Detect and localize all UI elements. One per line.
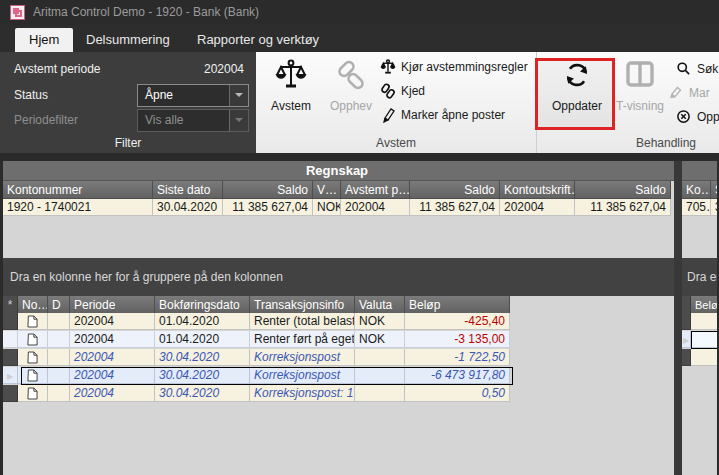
marker-pen-icon — [380, 107, 396, 126]
filter-group-label: Filter — [0, 136, 256, 150]
circle-x-icon — [676, 109, 691, 127]
cell-belop: -1 722,50 — [405, 349, 510, 366]
status-dropdown[interactable]: Åpne — [137, 84, 249, 107]
window-left-border — [0, 161, 3, 475]
avstem-group-label: Avstem — [256, 136, 536, 150]
chevron-down-icon[interactable] — [229, 85, 248, 106]
regnskap-title: Regnskap — [0, 163, 674, 178]
table-row[interactable]: 202004 30.04.2020 Korreksjonspost -1 722… — [3, 349, 510, 366]
cell-periode: 202004 — [70, 385, 155, 402]
marker-apne-poster-label: Marker åpne poster — [401, 108, 505, 122]
group-by-hint: Dra en kolonne her for å gruppere på den… — [10, 270, 283, 284]
tab-delsummering[interactable]: Delsummering — [72, 28, 184, 52]
details-right-header-row: Beløp — [682, 296, 719, 314]
asterisk-header-icon[interactable]: * — [3, 296, 18, 314]
column-header-valuta[interactable]: Valuta — [355, 296, 405, 314]
periodefilter-dropdown[interactable]: Vis alle — [137, 109, 249, 132]
cell-belop: -425,40 — [405, 313, 510, 330]
column-header[interactable]: Kontoutskrift… — [500, 181, 575, 199]
opp-button[interactable]: Opp — [676, 108, 718, 128]
marker-apne-poster-button[interactable]: Marker åpne poster — [380, 106, 532, 126]
cell-periode: 202004 — [70, 331, 155, 348]
table-row[interactable]: 202004 01.04.2020 Renter (total belast… … — [3, 313, 510, 330]
cell-belop: -3 135,00 — [405, 331, 510, 348]
column-header-bokforingsdato[interactable]: Bokføringsdato▲ — [155, 296, 250, 314]
periodefilter-dropdown-value: Vis alle — [145, 113, 183, 127]
details-header-row: * No… D Periode Bokføringsdato▲ Transaks… — [3, 296, 510, 314]
regnskap-right-row[interactable]: 705… 3 — [682, 199, 719, 216]
behandling-group-label: Behandling — [537, 136, 719, 150]
document-icon — [18, 313, 48, 330]
cell-saldo: 11 385 627,04 — [410, 199, 500, 216]
column-header[interactable]: Saldo — [575, 181, 671, 199]
cell-saldo: 11 385 627,04 — [575, 199, 671, 216]
table-row[interactable] — [682, 349, 719, 366]
regnskap-right-header-row: Ko… S — [682, 181, 719, 199]
cell-belop — [691, 349, 719, 366]
cell-valuta — [355, 349, 405, 366]
periodefilter-label: Periodefilter — [14, 113, 78, 127]
column-header-transaksjonsinfo[interactable]: Transaksjonsinfo — [250, 296, 355, 314]
kjed-button[interactable]: Kjed — [380, 82, 532, 102]
cell-periode: 202004 — [70, 313, 155, 330]
selected-row-arrow-icon: ▶ — [682, 331, 691, 348]
cell-dato: 30.04.2020 — [155, 367, 250, 384]
cell-periode: 202004 — [70, 349, 155, 366]
mar-button[interactable]: Mar — [668, 84, 718, 104]
group-by-band[interactable]: Dra en kolonne her for å gruppere på den… — [0, 258, 719, 296]
row-indicator — [3, 313, 18, 330]
cell-belop — [691, 313, 719, 330]
column-header-belop[interactable]: Beløp — [405, 296, 510, 314]
unlink-icon — [335, 81, 367, 95]
sok-button[interactable]: Søk — [676, 60, 718, 80]
pane-splitter[interactable] — [674, 161, 682, 475]
app-window: Aritma Control Demo - 1920 - Bank (Bank)… — [0, 0, 719, 475]
regnskap-row[interactable]: 1920 - 1740021 30.04.2020 11 385 627,04 … — [3, 199, 671, 216]
cell: 705… — [682, 199, 711, 216]
column-header-belop[interactable]: Beløp — [691, 296, 719, 314]
app-logo-icon — [10, 5, 25, 20]
t-visning-button[interactable]: T-visning — [614, 58, 666, 113]
link-icon — [380, 83, 396, 102]
opphev-button[interactable]: Opphev — [324, 58, 378, 113]
table-row[interactable]: 202004 01.04.2020 Renter ført på eget… N… — [3, 331, 510, 348]
tab-hjem[interactable]: Hjem — [15, 28, 73, 52]
table-row-selected[interactable]: ▶ — [682, 331, 719, 348]
table-row-selected[interactable]: ▶ 202004 30.04.2020 Korreksjonspost -6 4… — [3, 367, 510, 384]
cell-info: Korreksjonspost: 1… — [250, 385, 355, 402]
column-header[interactable]: Siste dato — [153, 181, 223, 199]
document-icon — [18, 367, 48, 384]
column-header-periode[interactable]: Periode — [70, 296, 155, 314]
tab-rapporter-og-verktoy[interactable]: Rapporter og verktøy — [183, 28, 333, 52]
chevron-down-icon[interactable] — [229, 110, 248, 131]
cell-siste-dato: 30.04.2020 — [153, 199, 223, 216]
column-header[interactable]: Ko… — [682, 181, 711, 199]
column-header[interactable]: Saldo — [223, 181, 313, 199]
column-header[interactable]: Saldo — [410, 181, 500, 199]
kjor-avstemmingsregler-button[interactable]: Kjør avstemmingsregler — [380, 58, 532, 78]
table-row[interactable]: 202004 30.04.2020 Korreksjonspost: 1… 0,… — [3, 385, 510, 402]
column-header[interactable]: Avstemt p… — [341, 181, 410, 199]
cell-dato: 30.04.2020 — [155, 385, 250, 402]
cell-valuta: NOK — [355, 331, 405, 348]
cell-d — [48, 349, 70, 366]
cell-belop — [691, 331, 719, 348]
cell-valuta — [355, 367, 405, 384]
pencil-icon — [668, 85, 683, 103]
column-header[interactable]: Kontonummer — [3, 181, 153, 199]
cell-info: Renter (total belast… — [250, 313, 355, 330]
row-indicator — [3, 331, 18, 348]
column-header-d[interactable]: D — [48, 296, 70, 314]
table-row[interactable] — [682, 313, 719, 330]
column-header[interactable]: V… — [313, 181, 341, 199]
status-dropdown-value: Åpne — [145, 88, 173, 102]
avstem-button[interactable]: Avstem — [262, 58, 320, 113]
status-label: Status — [14, 88, 48, 102]
cell-periode: 202004 — [70, 367, 155, 384]
main-area: Regnskap Kontonummer Siste dato Saldo V…… — [0, 161, 719, 475]
title-bar[interactable]: Aritma Control Demo - 1920 - Bank (Bank) — [0, 0, 719, 25]
group-by-hint-right: Dra en kolonne her for å gruppere på den… — [687, 270, 719, 284]
column-header-notat[interactable]: No… — [18, 296, 48, 314]
document-icon — [18, 331, 48, 348]
row-indicator — [682, 349, 691, 366]
